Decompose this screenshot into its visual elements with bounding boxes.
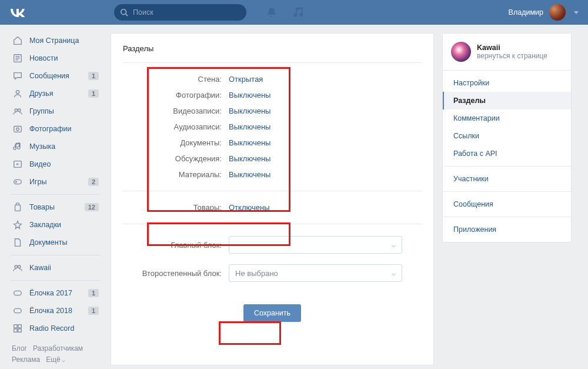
chevron-down-icon: ⌵ xyxy=(392,241,396,249)
group-back-link[interactable]: вернуться к странице xyxy=(477,52,547,60)
sidebar-item[interactable]: Kawaii xyxy=(8,259,102,277)
group-card[interactable]: Kawaii вернуться к странице xyxy=(442,33,572,71)
footer-blog[interactable]: Блог xyxy=(12,344,27,353)
setting-label: Документы: xyxy=(123,138,229,147)
svg-rect-23 xyxy=(18,329,21,332)
right-sidebar: Kawaii вернуться к странице НастройкиРаз… xyxy=(442,33,572,365)
sidebar-item[interactable]: Документы xyxy=(8,234,102,251)
user-name: Владимир xyxy=(509,8,543,16)
sidebar-item[interactable]: Видео xyxy=(8,155,102,173)
home-icon xyxy=(12,35,24,46)
setting-row: Документы:Выключены xyxy=(123,135,422,151)
svg-point-8 xyxy=(18,109,21,112)
sidebar-item[interactable]: Группы xyxy=(8,102,102,120)
search-input[interactable] xyxy=(133,8,240,16)
sidebar-item[interactable]: Radio Record xyxy=(8,320,102,337)
svg-line-1 xyxy=(126,14,128,16)
sidebar-item-label: Музыка xyxy=(29,142,99,151)
setting-value[interactable]: Выключены xyxy=(229,138,270,147)
right-nav-item[interactable]: Комментарии xyxy=(443,109,571,127)
setting-value[interactable]: Выключены xyxy=(229,154,270,163)
page-title: Разделы xyxy=(123,44,422,63)
svg-point-6 xyxy=(16,91,19,94)
sidebar-item[interactable]: Моя Страница xyxy=(8,32,102,49)
msg-icon xyxy=(12,70,24,82)
group-icon xyxy=(12,262,24,274)
group-icon xyxy=(12,105,24,117)
sidebar-badge: 1 xyxy=(88,89,99,98)
secondary-block-select[interactable]: Не выбрано ⌵ xyxy=(229,264,402,282)
sidebar-item-label: Ёлочка 2017 xyxy=(29,289,82,297)
sidebar-badge: 1 xyxy=(88,307,99,315)
setting-value[interactable]: Открытая xyxy=(229,75,263,84)
setting-value[interactable]: Выключены xyxy=(229,170,270,179)
sidebar-item[interactable]: Музыка xyxy=(8,138,102,155)
svg-rect-19 xyxy=(14,308,22,313)
right-nav-item[interactable]: Работа с API xyxy=(443,145,571,162)
star-icon xyxy=(12,219,24,231)
sidebar-item-label: Фотографии xyxy=(29,125,99,133)
sidebar-badge: 1 xyxy=(88,72,99,80)
photo-icon xyxy=(12,123,24,135)
user-menu[interactable]: Владимир xyxy=(509,4,579,21)
setting-row: Аудиозаписи:Выключены xyxy=(123,119,422,135)
footer-dev[interactable]: Разработчикам xyxy=(33,344,83,353)
main-block-select[interactable]: ⌵ xyxy=(229,236,402,254)
sidebar-item-label: Друзья xyxy=(29,89,82,98)
sidebar-item-label: Radio Record xyxy=(29,324,99,333)
right-nav-item[interactable]: Приложения xyxy=(443,221,571,238)
bag-icon xyxy=(12,201,24,213)
sidebar-badge: 1 xyxy=(88,289,99,297)
setting-value[interactable]: Выключены xyxy=(229,122,270,131)
sidebar-item[interactable]: Сообщения1 xyxy=(8,67,102,85)
sidebar-item[interactable]: Новости xyxy=(8,49,102,67)
game-icon xyxy=(12,176,24,188)
setting-value[interactable]: Выключены xyxy=(229,91,270,99)
setting-label: Видеозаписи: xyxy=(123,107,229,115)
game2-icon xyxy=(12,305,24,317)
right-nav-item[interactable]: Разделы xyxy=(443,92,571,109)
search-box[interactable] xyxy=(114,4,246,21)
game2-icon xyxy=(12,287,24,299)
right-nav-item[interactable]: Участники xyxy=(443,170,571,188)
svg-rect-18 xyxy=(14,291,22,295)
sidebar-item[interactable]: Игры2 xyxy=(8,173,102,191)
main-panel: Разделы Стена:ОткрытаяФотографии:Выключе… xyxy=(111,33,434,365)
footer-ads[interactable]: Реклама xyxy=(12,355,40,364)
notifications-icon[interactable] xyxy=(266,7,277,18)
footer-more[interactable]: Ещё xyxy=(46,355,65,364)
setting-row: Обсуждения:Выключены xyxy=(123,151,422,167)
setting-label: Материалы: xyxy=(123,170,229,179)
secondary-block-label: Второстепенный блок: xyxy=(123,269,229,278)
sidebar-item-label: Моя Страница xyxy=(29,36,99,45)
user-avatar-icon xyxy=(549,4,566,21)
svg-point-0 xyxy=(121,9,126,15)
svg-rect-15 xyxy=(15,205,21,211)
save-button[interactable]: Сохранить xyxy=(243,304,301,322)
setting-value[interactable]: Отключены xyxy=(229,203,269,212)
svg-rect-9 xyxy=(14,127,22,132)
sidebar-item-label: Товары xyxy=(29,203,79,211)
footer-links: БлогРазработчикам РекламаЕщё xyxy=(8,343,102,365)
sidebar-item[interactable]: Закладки xyxy=(8,216,102,234)
sidebar-item[interactable]: Ёлочка 20171 xyxy=(8,284,102,302)
setting-row: Материалы:Выключены xyxy=(123,167,422,182)
sidebar-item-label: Ёлочка 2018 xyxy=(29,307,82,315)
sidebar-item[interactable]: Друзья1 xyxy=(8,85,102,102)
music-icon[interactable] xyxy=(292,7,303,18)
select-placeholder: Не выбрано xyxy=(235,269,278,278)
vk-logo[interactable] xyxy=(9,4,26,21)
sidebar-item-label: Новости xyxy=(29,54,99,62)
sidebar-item-label: Закладки xyxy=(29,221,99,229)
right-nav-item[interactable]: Настройки xyxy=(443,74,571,92)
sidebar-item[interactable]: Товары12 xyxy=(8,198,102,216)
sidebar-item[interactable]: Фотографии xyxy=(8,120,102,138)
svg-point-17 xyxy=(18,265,21,268)
setting-row-goods: Товары: Отключены xyxy=(123,200,422,215)
sidebar-item[interactable]: Ёлочка 20181 xyxy=(8,302,102,320)
right-nav-item[interactable]: Ссылки xyxy=(443,127,571,145)
video-icon xyxy=(12,158,24,170)
setting-value[interactable]: Выключены xyxy=(229,107,270,115)
radio-icon xyxy=(12,323,24,334)
right-nav-item[interactable]: Сообщения xyxy=(443,195,571,213)
